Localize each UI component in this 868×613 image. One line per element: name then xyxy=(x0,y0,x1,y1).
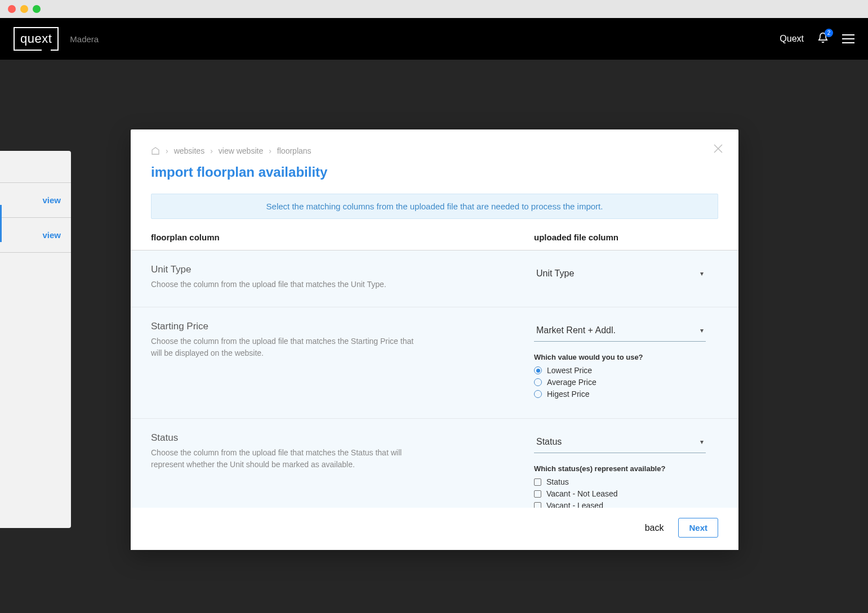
field-title: Unit Type xyxy=(151,264,534,275)
radio-label: Lowest Price xyxy=(547,366,592,375)
chevron-right-icon: › xyxy=(166,146,168,155)
sidebar-link[interactable]: view xyxy=(0,218,71,252)
chevron-down-icon: ▾ xyxy=(700,270,704,278)
column-select[interactable]: Status ▾ xyxy=(534,432,706,453)
chevron-right-icon: › xyxy=(210,146,213,155)
field-title: Starting Price xyxy=(151,321,534,332)
column-headers: floorplan column uploaded file column xyxy=(131,219,738,250)
info-banner: Select the matching columns from the upl… xyxy=(151,194,718,219)
radio-icon xyxy=(534,390,542,398)
breadcrumb-item[interactable]: websites xyxy=(174,146,204,155)
chevron-right-icon: › xyxy=(269,146,271,155)
header-user-label[interactable]: Quext xyxy=(780,34,804,44)
radio-question: Which value would you to use? xyxy=(534,353,718,361)
radio-label: Higest Price xyxy=(547,390,589,399)
col-header-left: floorplan column xyxy=(151,232,534,242)
radio-label: Average Price xyxy=(547,378,597,387)
field-description: Choose the column from the upload file t… xyxy=(151,279,421,290)
import-modal: › websites › view website › floorplans i… xyxy=(131,129,738,550)
app-header: quext Madera Quext 2 xyxy=(0,18,868,60)
breadcrumb-item[interactable]: view website xyxy=(219,146,263,155)
window-close-icon[interactable] xyxy=(8,5,16,13)
field-description: Choose the column from the upload file t… xyxy=(151,335,421,359)
chevron-down-icon: ▾ xyxy=(700,326,704,334)
home-icon[interactable] xyxy=(151,146,160,155)
notification-count-badge: 2 xyxy=(825,29,833,37)
checkbox-label: Vacant - Not Leased xyxy=(546,489,618,498)
modal-footer: back Next xyxy=(131,508,738,550)
col-header-right: uploaded file column xyxy=(534,232,718,242)
notifications-button[interactable]: 2 xyxy=(817,32,829,46)
radio-option-lowest[interactable]: Lowest Price xyxy=(534,366,718,375)
window-titlebar xyxy=(0,0,868,18)
column-select[interactable]: Unit Type ▾ xyxy=(534,264,706,285)
field-description: Choose the column from the upload file t… xyxy=(151,447,421,470)
radio-option-highest[interactable]: Higest Price xyxy=(534,390,718,399)
sidebar-link[interactable]: view xyxy=(0,183,71,217)
checkbox-icon xyxy=(534,478,541,486)
sidebar-peek: view view xyxy=(0,151,71,528)
close-button[interactable] xyxy=(714,143,723,156)
radio-icon xyxy=(534,366,542,374)
next-button[interactable]: Next xyxy=(678,518,718,538)
app-logo[interactable]: quext xyxy=(14,27,59,51)
window-minimize-icon[interactable] xyxy=(20,5,28,13)
checkbox-option[interactable]: Status xyxy=(534,477,718,486)
menu-button[interactable] xyxy=(842,34,854,43)
breadcrumb-item[interactable]: floorplans xyxy=(277,146,311,155)
chevron-down-icon: ▾ xyxy=(700,438,704,446)
modal-title: import floorplan availability xyxy=(151,164,718,180)
hamburger-icon xyxy=(842,34,854,35)
breadcrumb: › websites › view website › floorplans xyxy=(151,146,718,155)
select-value: Status xyxy=(536,437,562,447)
select-value: Unit Type xyxy=(536,269,574,279)
context-label: Madera xyxy=(70,34,99,44)
app-stage: view view › websites › view website › fl… xyxy=(0,60,868,613)
close-icon xyxy=(714,144,723,153)
checkbox-question: Which status(es) represent available? xyxy=(534,464,718,473)
select-value: Market Rent + Addl. xyxy=(536,325,616,335)
radio-option-average[interactable]: Average Price xyxy=(534,378,718,387)
radio-icon xyxy=(534,378,542,386)
mapping-row-starting-price: Starting Price Choose the column from th… xyxy=(131,307,738,419)
checkbox-label: Status xyxy=(546,477,569,486)
back-button[interactable]: back xyxy=(645,523,664,533)
checkbox-icon xyxy=(534,490,541,498)
checkbox-option[interactable]: Vacant - Not Leased xyxy=(534,489,718,498)
window-zoom-icon[interactable] xyxy=(33,5,41,13)
mapping-row-unit-type: Unit Type Choose the column from the upl… xyxy=(131,250,738,307)
field-title: Status xyxy=(151,432,534,444)
column-select[interactable]: Market Rent + Addl. ▾ xyxy=(534,321,706,342)
